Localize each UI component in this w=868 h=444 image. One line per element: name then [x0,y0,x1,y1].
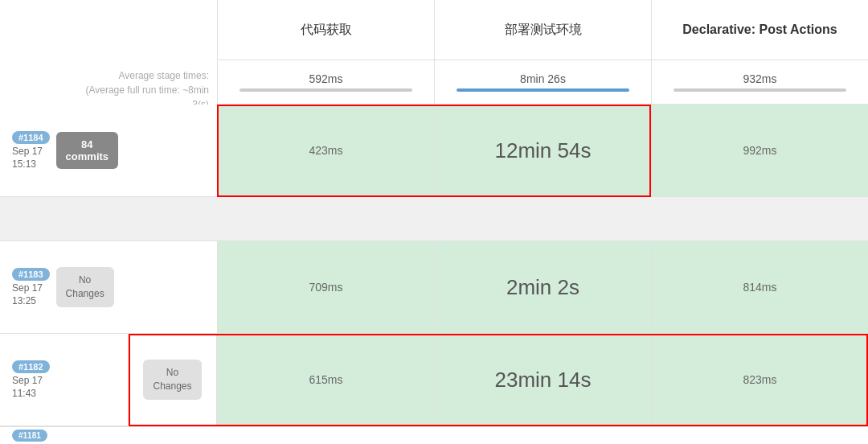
no-changes-badge-1183: NoChanges [56,267,114,307]
build-row-1182-right: NoChanges 615ms 23min 14s 823ms [129,334,868,426]
data-cells-1183: 709ms 2min 2s 814ms [217,241,868,333]
data-cells-1182: 615ms 23min 14s 823ms [217,334,868,426]
build-date-1183: Sep 17 [12,282,43,294]
build-badge-1182[interactable]: #1182 [12,360,50,373]
avg-bar-col3 [674,88,846,92]
data-cell-1183-col3: 814ms [651,241,868,333]
build-badge-1183[interactable]: #1183 [12,268,50,281]
build-left-1182: #1182 Sep 17 11:43 [12,360,50,399]
data-cell-1182-col1: 615ms [217,334,434,426]
data-cells-1184: 423ms 12min 54s 992ms [217,105,868,196]
data-cell-1184-col1: 423ms [217,105,434,196]
data-cell-1184-col2: 12min 54s [434,105,651,196]
build-time-1184: 15:13 [12,158,36,170]
build-left-1184: #1184 Sep 17 15:13 [12,131,50,170]
avg-bar-col2 [457,88,629,92]
data-cell-1182-col2: 23min 14s [434,334,651,426]
commits-badge-1184[interactable]: 84commits [56,132,118,169]
col2-header: 部署测试环境 [434,0,651,60]
header-row: 代码获取 部署测试环境 Declarative: Post Actions [217,0,868,60]
build-date-1182: Sep 17 [12,375,43,386]
build-date-1184: Sep 17 [12,146,43,157]
build-time-1182: 11:43 [12,388,36,399]
build-row-1183: #1183 Sep 17 13:25 NoChanges 709ms 2min … [0,241,868,334]
avg-col2: 8min 26s [434,60,651,104]
spacer-left-build3: #1182 Sep 17 11:43 [0,334,129,426]
data-cell-1184-col3: 992ms [651,105,868,196]
no-changes-area-1182: NoChanges [129,334,217,426]
avg-col3: 932ms [651,60,868,104]
build-info-1184: #1184 Sep 17 15:13 84commits [0,105,217,196]
main-container: 代码获取 部署测试环境 Declarative: Post Actions 59… [0,0,868,444]
build-row-1181-partial: #1181 [0,426,868,444]
data-cell-1182-col3: 823ms [651,334,868,426]
averages-row: 592ms 8min 26s 932ms [217,60,868,105]
spacer-1 [0,197,868,241]
build-info-1183: #1183 Sep 17 13:25 NoChanges [0,241,217,333]
build-time-1183: 13:25 [12,295,36,306]
data-cell-1183-col2: 2min 2s [434,241,651,333]
avg-bar-col1 [240,88,412,92]
build-badge-1181[interactable]: #1181 [12,430,47,442]
col1-header: 代码获取 [217,0,434,60]
no-changes-badge-1182: NoChanges [143,360,201,400]
build-row-1184: #1184 Sep 17 15:13 84commits 423ms 12min… [0,105,868,197]
build-left-1183: #1183 Sep 17 13:25 [12,268,50,306]
col3-header: Declarative: Post Actions [651,0,868,60]
data-cell-1183-col1: 709ms [217,241,434,333]
build-badge-1184[interactable]: #1184 [12,131,50,144]
avg-col1: 592ms [217,60,434,104]
build-info-partial-1182: #1182 Sep 17 11:43 [0,334,128,426]
